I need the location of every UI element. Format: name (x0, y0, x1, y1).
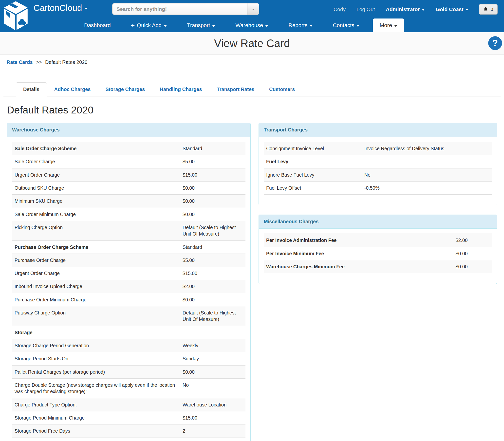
chevron-down-icon (212, 25, 215, 27)
warehouse-charges-table: Sale Order Charge Scheme Standard Sale O… (12, 142, 245, 438)
panel-body: Per Invoice Administration Fee $2.00 Per… (259, 229, 497, 284)
table-row: Charge Double Storage (new storage charg… (12, 378, 245, 398)
table-row: Fuel Levy Offset -0.50% (264, 181, 492, 194)
table-row: Storage Period Starts On Sunday (12, 352, 245, 365)
tab[interactable]: Details (16, 82, 47, 96)
table-row: Outbound SKU Charge $0.00 (12, 181, 245, 194)
table-row: Storage (12, 326, 245, 339)
main-menu: Dashboard + Quick Add Transport Warehous… (74, 18, 404, 32)
miscellaneous-charges-table: Per Invoice Administration Fee $2.00 Per… (264, 234, 492, 273)
panel-title: Miscellaneous Charges (259, 215, 497, 229)
panel-title: Warehouse Charges (7, 123, 250, 137)
logout-link[interactable]: Log Out (351, 6, 380, 12)
table-row: Urgent Order Charge $15.00 (12, 267, 245, 280)
bell-icon (483, 7, 488, 12)
notification-count: 0 (490, 7, 493, 12)
notifications-button[interactable]: 0 (479, 4, 498, 15)
tab[interactable]: Storage Charges (98, 82, 152, 96)
nav-menu-item[interactable]: Warehouse (228, 18, 275, 32)
table-row: Consignment Invoice Level Invoice Regard… (264, 142, 492, 155)
breadcrumb-rate-cards-link[interactable]: Rate Cards (7, 59, 33, 65)
chevron-down-icon (85, 8, 88, 9)
transport-charges-table: Consignment Invoice Level Invoice Regard… (264, 142, 492, 195)
help-button[interactable]: ? (488, 36, 502, 50)
table-row: Storage Period Minimum Charge $15.00 (12, 411, 245, 424)
tab[interactable]: Transport Rates (209, 82, 262, 96)
transport-charges-panel: Transport Charges Consignment Invoice Le… (259, 123, 497, 205)
table-row: Urgent Order Charge $15.00 (12, 168, 245, 181)
tab[interactable]: Customers (262, 82, 302, 96)
table-row: Purchase Order Charge Scheme Standard (12, 240, 245, 254)
nav-menu-item[interactable]: Contacts (326, 18, 366, 32)
table-row: Storage Charge Period Generation Weekly (12, 339, 245, 352)
chevron-down-icon (356, 25, 359, 27)
table-row: Per Invoice Minimum Fee $0.00 (264, 247, 492, 260)
rate-card-tabs: Details Adhoc Charges Storage Charges Ha… (3, 82, 501, 96)
right-column: Transport Charges Consignment Invoice Le… (259, 123, 497, 284)
table-row: Fuel Levy (264, 155, 492, 168)
chevron-down-icon (252, 9, 255, 10)
chevron-down-icon (310, 25, 313, 27)
global-search (112, 3, 259, 15)
table-row: Warehouse Charges Minimum Fee $0.00 (264, 260, 492, 273)
table-row: Ignore Base Fuel Levy No (264, 168, 492, 181)
table-row: Sale Order Charge $5.00 (12, 155, 245, 168)
nav-menu-item[interactable]: + Quick Add (124, 18, 174, 32)
breadcrumb: Rate Cards >> Default Rates 2020 (0, 55, 504, 69)
role-dropdown[interactable]: Administrator (380, 6, 430, 12)
tab[interactable]: Adhoc Charges (47, 82, 98, 96)
plus-icon: + (131, 22, 135, 29)
table-row: Minimum SKU Charge $0.00 (12, 195, 245, 208)
nav-menu-item[interactable]: Reports (281, 18, 319, 32)
nav-menu-item[interactable]: Dashboard (77, 18, 118, 32)
user-link[interactable]: Cody (328, 6, 351, 12)
panel-body: Consignment Invoice Level Invoice Regard… (259, 137, 497, 205)
page-header: View Rate Card ? (0, 32, 504, 55)
miscellaneous-charges-panel: Miscellaneous Charges Per Invoice Admini… (259, 215, 497, 284)
table-row: Putaway Charge Option Default (Scale to … (12, 306, 245, 326)
brand-text: CartonCloud (34, 3, 82, 13)
panels-columns: Warehouse Charges Sale Order Charge Sche… (3, 123, 501, 441)
table-row: Charge Product Type Option: Warehouse Lo… (12, 398, 245, 411)
table-row: Per Invoice Administration Fee $2.00 (264, 234, 492, 247)
page-title: View Rate Card (0, 32, 504, 55)
panel-title: Transport Charges (259, 123, 497, 137)
table-row: Purchase Order Minimum Charge $0.00 (12, 293, 245, 306)
breadcrumb-current: Default Rates 2020 (45, 59, 87, 65)
chevron-down-icon (422, 9, 425, 11)
chevron-down-icon (164, 25, 167, 27)
left-column: Warehouse Charges Sale Order Charge Sche… (7, 123, 251, 441)
chevron-down-icon (394, 25, 397, 27)
content: Details Adhoc Charges Storage Charges Ha… (0, 82, 504, 441)
warehouse-charges-panel: Warehouse Charges Sale Order Charge Sche… (7, 123, 251, 441)
table-row: Pallet Rental Charges (per storage perio… (12, 365, 245, 378)
nav-menu-item[interactable]: More (373, 18, 404, 32)
navbar-right: Cody Log Out Administrator Gold Coast 0 (328, 0, 504, 18)
tab[interactable]: Handling Charges (152, 82, 209, 96)
table-row: Sale Order Charge Scheme Standard (12, 142, 245, 155)
chevron-down-icon (265, 25, 268, 27)
top-navbar: CartonCloud Cody Log Out Administrator G… (0, 0, 504, 32)
search-input[interactable] (112, 3, 247, 15)
carton-box-cloud-icon (3, 1, 29, 31)
table-row: Storage Period Free Days 2 (12, 424, 245, 438)
table-row: Purchase Order Charge $5.00 (12, 254, 245, 267)
table-row: Sale Order Minimum Charge $0.00 (12, 208, 245, 221)
search-scope-dropdown[interactable] (247, 3, 259, 15)
chevron-down-icon (466, 9, 468, 11)
panel-body: Sale Order Charge Scheme Standard Sale O… (7, 137, 250, 441)
rate-card-name-heading: Default Rates 2020 (7, 104, 501, 116)
question-mark-icon: ? (492, 38, 498, 48)
table-row: Inbound Invoice Upload Charge $2.00 (12, 280, 245, 293)
table-row: Picking Charge Option Default (Scale to … (12, 221, 245, 240)
brand-link[interactable]: CartonCloud (34, 3, 88, 13)
cartoncloud-logo[interactable] (3, 1, 29, 31)
breadcrumb-separator: >> (36, 59, 42, 65)
tenant-dropdown[interactable]: Gold Coast (430, 6, 474, 12)
nav-menu-item[interactable]: Transport (180, 18, 222, 32)
